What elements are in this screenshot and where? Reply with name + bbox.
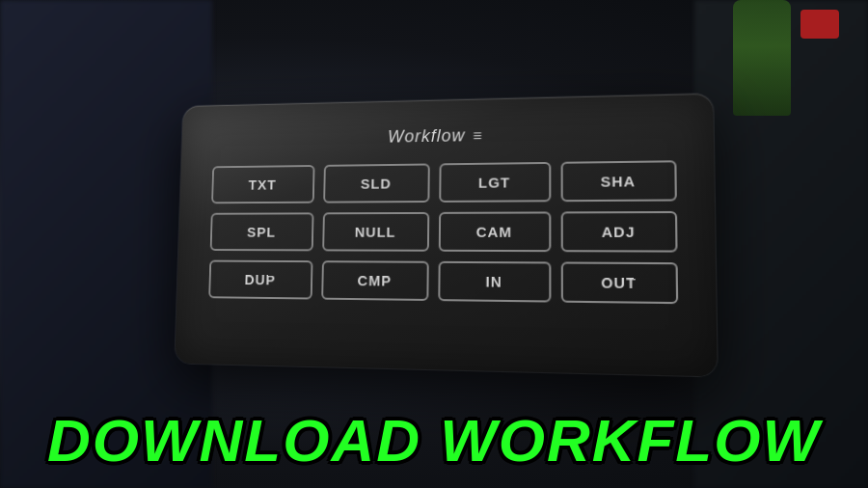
btn-spl[interactable]: SPL bbox=[210, 212, 313, 251]
btn-sld[interactable]: SLD bbox=[323, 163, 430, 203]
btn-sha[interactable]: SHA bbox=[560, 160, 677, 202]
btn-lgt[interactable]: LGT bbox=[439, 162, 551, 203]
btn-dup[interactable]: DUP bbox=[208, 260, 312, 300]
workflow-panel: Workflow ≡ TXT SLD LGT SHA SPL NULL CAM … bbox=[175, 94, 718, 377]
download-workflow-text[interactable]: DOWNLOAD WORKFLOW bbox=[0, 411, 868, 471]
panel-wrapper: Workflow ≡ TXT SLD LGT SHA SPL NULL CAM … bbox=[175, 94, 718, 377]
btn-adj[interactable]: ADJ bbox=[560, 211, 677, 253]
menu-icon: ≡ bbox=[473, 127, 482, 145]
red-decoration bbox=[800, 10, 839, 39]
button-grid: TXT SLD LGT SHA SPL NULL CAM ADJ DUP CMP… bbox=[208, 160, 678, 304]
btn-out[interactable]: OUT bbox=[560, 261, 678, 304]
panel-title: Workflow bbox=[388, 126, 465, 148]
bottle-decoration bbox=[733, 0, 791, 116]
bottom-banner: DOWNLOAD WORKFLOW bbox=[0, 411, 868, 471]
btn-txt[interactable]: TXT bbox=[211, 165, 314, 203]
btn-cam[interactable]: CAM bbox=[439, 211, 551, 252]
btn-null[interactable]: NULL bbox=[322, 212, 430, 252]
panel-header: Workflow ≡ bbox=[213, 122, 676, 149]
btn-in[interactable]: IN bbox=[438, 261, 551, 303]
btn-cmp[interactable]: CMP bbox=[321, 260, 429, 301]
